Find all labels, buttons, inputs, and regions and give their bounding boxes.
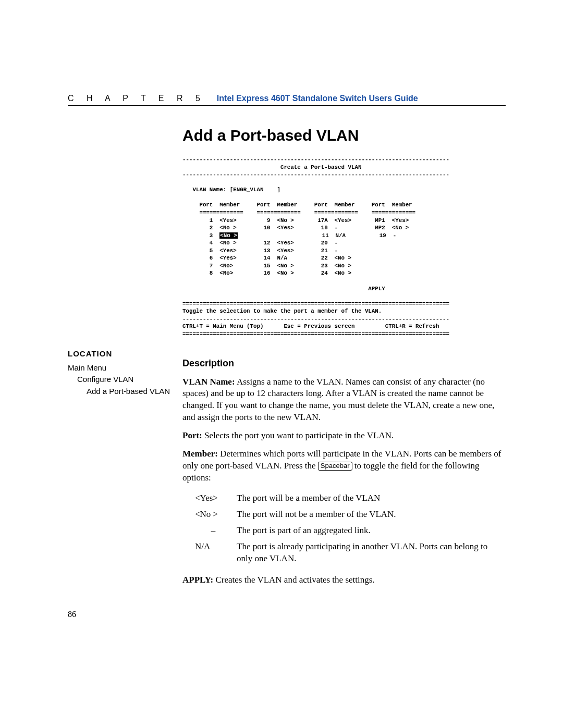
highlighted-cell: <No > bbox=[219, 232, 237, 239]
opt-val: The port will not be a member of the VLA… bbox=[237, 507, 506, 523]
location-level-1: Main Menu bbox=[68, 362, 182, 374]
member-options-table: <Yes> The port will be a member of the V… bbox=[195, 490, 506, 567]
label-port: Port: bbox=[182, 430, 202, 440]
table-row: N/A The port is already participating in… bbox=[195, 539, 506, 567]
description-body: VLAN Name: Assigns a name to the VLAN. N… bbox=[182, 376, 506, 586]
text-apply: Creates the VLAN and activates the setti… bbox=[213, 575, 374, 585]
opt-val: The port is part of an aggregated link. bbox=[237, 523, 506, 539]
page-number: 86 bbox=[68, 610, 76, 619]
desc-apply: APPLY: Creates the VLAN and activates th… bbox=[182, 574, 506, 586]
table-row: <No > The port will not be a member of t… bbox=[195, 507, 506, 523]
opt-key: <Yes> bbox=[195, 490, 237, 507]
table-row: <Yes> The port will be a member of the V… bbox=[195, 490, 506, 507]
desc-member: Member: Determines which ports will part… bbox=[182, 448, 506, 484]
opt-val: The port will be a member of the VLAN bbox=[237, 490, 506, 507]
location-heading: LOCATION bbox=[68, 348, 182, 360]
description-heading: Description bbox=[182, 358, 506, 369]
opt-key: – bbox=[195, 523, 237, 539]
guide-title: Intel Express 460T Standalone Switch Use… bbox=[217, 94, 418, 103]
text-port: Selects the port you want to participate… bbox=[202, 430, 394, 440]
key-spacebar: Spacebar bbox=[318, 462, 352, 471]
location-sidebar: LOCATION Main Menu Configure VLAN Add a … bbox=[68, 127, 182, 397]
desc-port: Port: Selects the port you want to parti… bbox=[182, 430, 506, 442]
opt-key: <No > bbox=[195, 507, 237, 523]
opt-key: N/A bbox=[195, 539, 237, 567]
table-row: – The port is part of an aggregated link… bbox=[195, 523, 506, 539]
opt-val: The port is already participating in ano… bbox=[237, 539, 506, 567]
label-vlan-name: VLAN Name: bbox=[182, 377, 235, 387]
chapter-header: C H A P T E R 5 Intel Express 460T Stand… bbox=[68, 94, 506, 106]
chapter-label: C H A P T E R 5 bbox=[68, 94, 205, 103]
location-level-3: Add a Port-based VLAN bbox=[68, 386, 182, 398]
label-apply: APPLY: bbox=[182, 575, 213, 585]
terminal-screenshot: ----------------------------------------… bbox=[182, 156, 506, 338]
label-member: Member: bbox=[182, 449, 218, 459]
page-title: Add a Port-based VLAN bbox=[182, 127, 506, 144]
location-level-2: Configure VLAN bbox=[68, 374, 182, 386]
desc-vlan-name: VLAN Name: Assigns a name to the VLAN. N… bbox=[182, 376, 506, 424]
